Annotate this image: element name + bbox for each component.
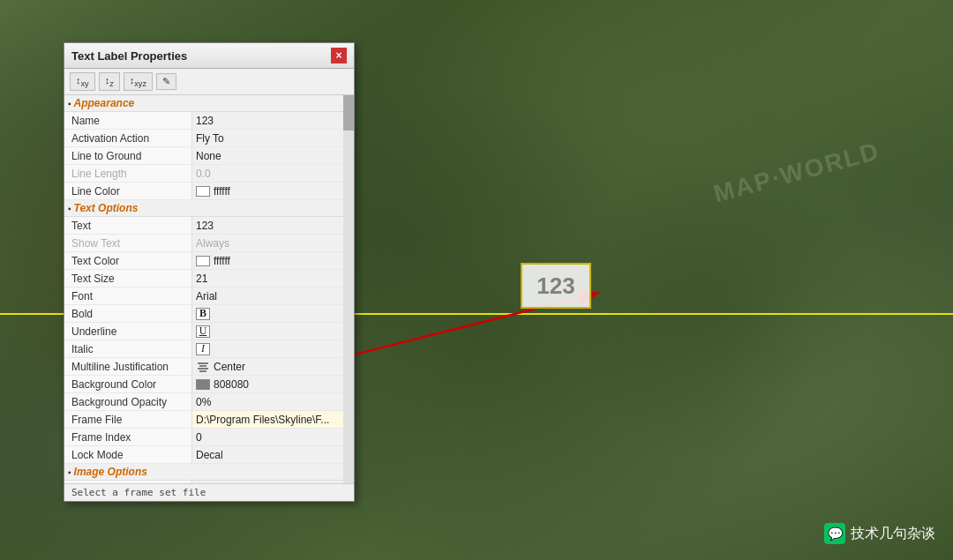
prop-frame-index-value[interactable]: 0 <box>192 429 354 445</box>
prop-lock-mode: Lock Mode Decal <box>64 446 354 464</box>
prop-show-text-value: Always <box>192 235 354 251</box>
toolbar-btn-edit[interactable]: ✎ <box>156 73 176 90</box>
section-text-options-label: Text Options <box>74 202 139 214</box>
prop-lock-mode-label: Lock Mode <box>64 446 192 463</box>
prop-name-label: Name <box>64 112 192 129</box>
dialog-title: Text Label Properties <box>71 49 187 63</box>
dialog-close-button[interactable]: × <box>331 48 347 63</box>
dialog-titlebar: Text Label Properties × <box>64 43 354 69</box>
prop-text-color: Text Color ffffff <box>64 252 354 270</box>
image-color-hex: ffffff <box>214 483 230 484</box>
prop-image-color-value[interactable]: ffffff <box>192 481 354 483</box>
prop-image-color: Image Color ffffff <box>64 481 354 483</box>
text-label-properties-dialog: Text Label Properties × ↕xy ↕z ↕xyz ✎ ▪ … <box>64 42 355 502</box>
prop-text-color-value[interactable]: ffffff <box>192 252 354 269</box>
prop-frame-file-value[interactable]: D:\Program Files\Skyline\F... <box>192 411 354 428</box>
prop-frame-file-label: Frame File <box>64 411 192 428</box>
toolbar-btn-xy[interactable]: ↕xy <box>70 72 95 91</box>
section-appearance[interactable]: ▪ Appearance <box>64 95 354 112</box>
toolbar-btn-z[interactable]: ↕z <box>99 72 120 91</box>
prop-line-length: Line Length 0.0 <box>64 165 354 183</box>
text-color-swatch[interactable] <box>196 256 210 266</box>
prop-show-text: Show Text Always <box>64 235 354 252</box>
line-color-swatch[interactable] <box>196 186 210 197</box>
prop-activation-action-label: Activation Action <box>64 130 192 146</box>
prop-underline-value[interactable]: U <box>192 323 354 340</box>
prop-line-to-ground: Line to Ground None <box>64 147 354 165</box>
prop-multiline-justification: Multiline Justification Center <box>64 358 354 376</box>
prop-lock-mode-value[interactable]: Decal <box>192 446 354 463</box>
section-image-options[interactable]: ▪ Image Options <box>64 464 354 481</box>
prop-text-size-label: Text Size <box>64 270 192 287</box>
prop-underline: Underline U <box>64 323 354 340</box>
justify-icon <box>196 361 210 373</box>
prop-line-to-ground-label: Line to Ground <box>64 147 192 164</box>
prop-image-color-label: Image Color <box>64 481 192 483</box>
prop-line-color: Line Color ffffff <box>64 183 354 200</box>
prop-italic-label: Italic <box>64 340 192 357</box>
prop-line-length-value: 0.0 <box>192 165 354 182</box>
prop-text: Text 123 <box>64 217 354 235</box>
bold-button[interactable]: B <box>196 308 210 320</box>
prop-text-size-value[interactable]: 21 <box>192 270 354 287</box>
section-collapse-appearance[interactable]: ▪ <box>68 99 71 108</box>
prop-font-label: Font <box>64 287 192 304</box>
prop-frame-index: Frame Index 0 <box>64 429 354 446</box>
prop-text-size: Text Size 21 <box>64 270 354 287</box>
italic-button[interactable]: I <box>196 343 210 355</box>
section-image-options-label: Image Options <box>74 466 147 478</box>
section-appearance-label: Appearance <box>74 97 135 109</box>
prop-frame-file: Frame File D:\Program Files\Skyline\F... <box>64 411 354 429</box>
prop-underline-label: Underline <box>64 323 192 340</box>
prop-background-opacity: Background Opacity 0% <box>64 393 354 411</box>
prop-name-value[interactable]: 123 <box>192 112 354 129</box>
scroll-thumb[interactable] <box>343 95 354 131</box>
prop-background-color: Background Color 808080 <box>64 376 354 393</box>
line-color-text: ffffff <box>214 185 230 198</box>
toolbar-edit-icon: ✎ <box>162 76 170 86</box>
prop-activation-action: Activation Action Fly To <box>64 130 354 147</box>
map-label-box: 123 <box>521 263 591 309</box>
scrollbar[interactable] <box>343 95 354 483</box>
prop-line-to-ground-value[interactable]: None <box>192 147 354 164</box>
prop-font-value[interactable]: Arial <box>192 287 354 304</box>
wechat-text: 技术几句杂谈 <box>851 525 935 543</box>
status-text: Select a frame set file <box>71 487 206 498</box>
prop-name: Name 123 <box>64 112 354 130</box>
prop-activation-action-value[interactable]: Fly To <box>192 130 354 146</box>
prop-italic-value[interactable]: I <box>192 340 354 357</box>
map-label-text: 123 <box>537 273 574 300</box>
prop-font: Font Arial <box>64 287 354 305</box>
prop-line-color-value[interactable]: ffffff <box>192 183 354 199</box>
underline-button[interactable]: U <box>196 325 210 338</box>
prop-frame-index-label: Frame Index <box>64 429 192 445</box>
dialog-content[interactable]: ▪ Appearance Name 123 Activation Action … <box>64 95 354 483</box>
prop-justification-value[interactable]: Center <box>192 358 354 375</box>
justification-text: Center <box>214 361 245 373</box>
prop-text-label: Text <box>64 217 192 234</box>
prop-background-color-value[interactable]: 808080 <box>192 376 354 392</box>
prop-justification-label: Multiline Justification <box>64 358 192 375</box>
prop-bold-value[interactable]: B <box>192 305 354 322</box>
prop-background-color-label: Background Color <box>64 376 192 392</box>
prop-text-color-label: Text Color <box>64 252 192 269</box>
dialog-toolbar: ↕xy ↕z ↕xyz ✎ <box>64 69 354 95</box>
wechat-icon: 💬 <box>824 523 845 544</box>
wechat-badge: 💬 技术几句杂谈 <box>824 523 935 544</box>
prop-text-value[interactable]: 123 <box>192 217 354 234</box>
status-bar: Select a frame set file <box>64 483 354 501</box>
prop-italic: Italic I <box>64 340 354 358</box>
prop-background-opacity-label: Background Opacity <box>64 393 192 410</box>
background-color-hex: 808080 <box>214 378 249 391</box>
section-text-options[interactable]: ▪ Text Options <box>64 200 354 217</box>
text-color-hex: ffffff <box>214 255 230 267</box>
prop-line-length-label: Line Length <box>64 165 192 182</box>
prop-show-text-label: Show Text <box>64 235 192 251</box>
prop-background-opacity-value[interactable]: 0% <box>192 393 354 410</box>
section-collapse-text[interactable]: ▪ <box>68 204 71 213</box>
prop-line-color-label: Line Color <box>64 183 192 199</box>
toolbar-btn-xyz[interactable]: ↕xyz <box>124 72 153 91</box>
background-color-swatch[interactable] <box>196 379 210 390</box>
section-collapse-image[interactable]: ▪ <box>68 467 71 477</box>
prop-bold-label: Bold <box>64 305 192 322</box>
